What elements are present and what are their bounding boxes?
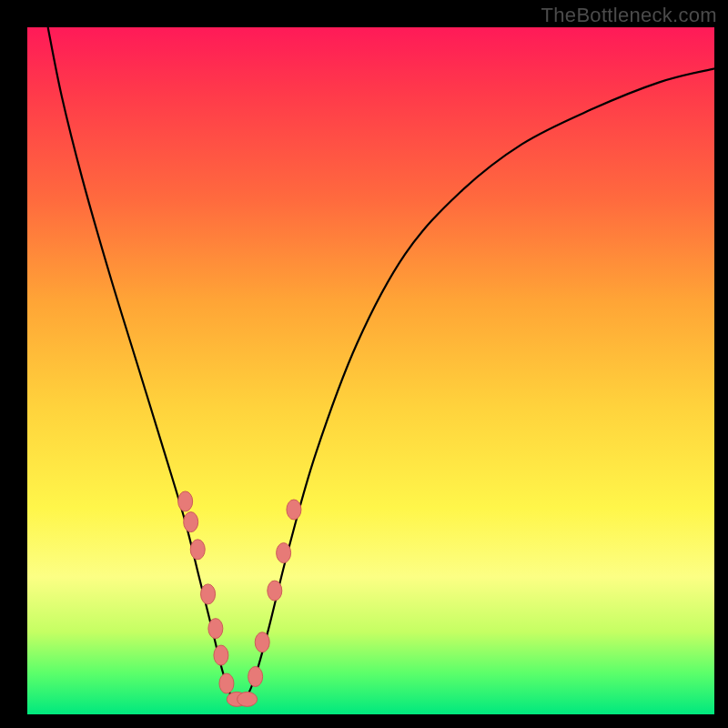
chart-container: TheBottleneck.com [0,0,728,728]
curve-path [48,27,714,703]
chart-svg [27,27,714,714]
marker-point [201,584,216,604]
curve-path-group [48,27,714,703]
marker-point [248,666,263,686]
marker-point [287,500,301,520]
plot-area [27,27,714,714]
marker-point [208,619,223,639]
marker-point [178,491,193,511]
highlight-markers [178,491,301,706]
marker-point [184,512,198,532]
marker-point [268,581,282,601]
marker-point [219,673,234,693]
watermark-text: TheBottleneck.com [541,4,717,27]
marker-point [214,645,228,665]
marker-point [277,543,291,563]
marker-point [190,540,205,560]
marker-point [238,692,258,706]
marker-point [255,632,269,652]
